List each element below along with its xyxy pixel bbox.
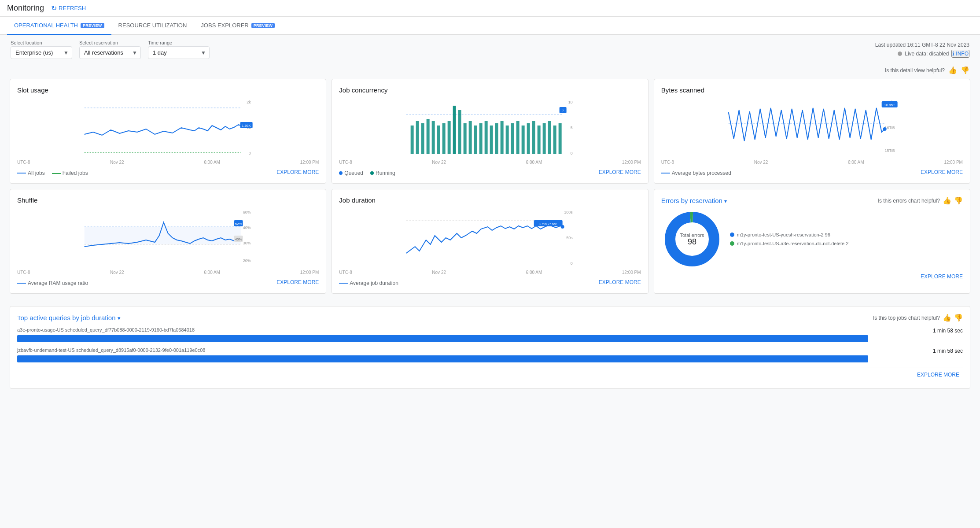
legend-running-dot xyxy=(370,171,374,175)
info-label: INFO xyxy=(956,51,969,57)
svg-text:50s: 50s xyxy=(566,236,573,240)
helpful-text: Is this detail view helpful? xyxy=(885,67,945,74)
legend-avg-job-duration-line xyxy=(339,283,348,284)
svg-point-48 xyxy=(883,127,886,131)
tq-thumbs-down[interactable]: 👎 xyxy=(954,314,963,322)
top-queries-explore-link[interactable]: EXPLORE MORE xyxy=(21,372,959,378)
svg-rect-18 xyxy=(448,121,451,154)
preview-badge-operational: PREVIEW xyxy=(81,23,104,28)
svg-rect-16 xyxy=(437,126,440,154)
svg-text:18.95T: 18.95T xyxy=(884,103,895,107)
top-queries-title: Top active queries by job duration ▾ xyxy=(17,314,121,321)
last-updated-block: Last updated 16:11 GMT-8 22 Nov 2023 Liv… xyxy=(875,42,969,58)
bytes-scanned-explore-link[interactable]: EXPLORE MORE xyxy=(921,169,963,175)
query-row-1: jzbavfb-undemand-test-US scheduled_query… xyxy=(17,347,963,362)
svg-rect-39 xyxy=(559,123,562,154)
bytes-scanned-footer: Average bytes processed EXPLORE MORE xyxy=(661,168,963,176)
slot-usage-svg: 2k 1k 0 1.93K xyxy=(17,99,319,156)
errors-dropdown-arrow[interactable]: ▾ xyxy=(724,198,727,204)
svg-rect-11 xyxy=(411,126,414,154)
top-queries-dropdown[interactable]: ▾ xyxy=(118,315,121,321)
job-concurrency-legend: Queued Running xyxy=(339,170,395,176)
job-concurrency-chart-area: 10 5 0 xyxy=(339,99,641,156)
location-select-group: Select location Enterprise (us) ▼ xyxy=(11,40,72,59)
svg-point-66 xyxy=(561,225,564,229)
query-bar-row-1: jzbavfb-undemand-test-US scheduled_query… xyxy=(17,347,963,354)
svg-text:52%: 52% xyxy=(235,222,242,226)
svg-rect-31 xyxy=(516,121,519,154)
svg-rect-19 xyxy=(453,106,456,154)
legend-all-jobs: All jobs xyxy=(17,170,45,176)
query-time-0: 1 min 58 sec xyxy=(933,328,963,334)
svg-text:0: 0 xyxy=(571,261,573,266)
reservation-select[interactable]: All reservations xyxy=(79,46,141,59)
tab-label-operational-health: OPERATIONAL HEALTH xyxy=(14,22,78,29)
legend-avg-bytes: Average bytes processed xyxy=(661,170,731,176)
top-queries-helpful: Is this top jobs chart helpful? 👍 👎 xyxy=(873,314,963,322)
donut-area: Total errors 98 m1y-pronto-test-US-yuesh… xyxy=(661,208,963,270)
slot-usage-card: Slot usage 2k 1k 0 1.93K UTC-8 Nov 22 6: xyxy=(10,79,326,184)
job-concurrency-explore-link[interactable]: EXPLORE MORE xyxy=(599,169,641,175)
tq-thumbs-up[interactable]: 👍 xyxy=(943,314,951,322)
tab-jobs-explorer[interactable]: JOBS EXPLORER PREVIEW xyxy=(194,17,282,35)
svg-rect-53 xyxy=(85,227,241,244)
job-duration-svg: 100s 50s 0 1 min 27 sec xyxy=(339,209,641,266)
svg-rect-36 xyxy=(543,123,546,154)
reservation-label: Select reservation xyxy=(79,40,141,45)
errors-card: Errors by reservation ▾ Is this errors c… xyxy=(654,189,970,294)
svg-rect-14 xyxy=(427,119,430,154)
svg-text:40%: 40% xyxy=(243,225,251,230)
svg-text:20%: 20% xyxy=(243,258,251,263)
svg-text:98: 98 xyxy=(688,237,696,246)
shuffle-explore-link[interactable]: EXPLORE MORE xyxy=(276,279,319,285)
top-queries-explore-row: EXPLORE MORE xyxy=(17,368,963,381)
svg-rect-12 xyxy=(416,121,419,154)
svg-text:5: 5 xyxy=(571,126,573,130)
job-duration-explore-link[interactable]: EXPLORE MORE xyxy=(599,279,641,285)
query-bar-1 xyxy=(17,355,868,362)
tab-operational-health[interactable]: OPERATIONAL HEALTH PREVIEW xyxy=(7,17,111,35)
page-title: Monitoring xyxy=(7,4,44,13)
thumbs-down-button[interactable]: 👎 xyxy=(961,66,969,74)
location-select[interactable]: Enterprise (us) xyxy=(11,46,72,59)
refresh-button[interactable]: ↻ REFRESH xyxy=(51,4,86,12)
svg-text:100s: 100s xyxy=(564,210,573,214)
job-duration-x-labels: UTC-8 Nov 22 6:00 AM 12:00 PM xyxy=(339,270,641,275)
errors-title-group: Errors by reservation ▾ xyxy=(661,197,727,204)
legend-all-jobs-line xyxy=(17,173,26,174)
slot-usage-explore-link[interactable]: EXPLORE MORE xyxy=(276,169,319,175)
svg-rect-38 xyxy=(553,126,556,154)
svg-rect-33 xyxy=(527,123,530,154)
svg-text:15TiB: 15TiB xyxy=(884,148,895,153)
errors-explore-link[interactable]: EXPLORE MORE xyxy=(661,273,963,280)
info-button[interactable]: ℹ INFO xyxy=(951,50,969,58)
slot-usage-x-labels: UTC-8 Nov 22 6:00 AM 12:00 PM xyxy=(17,160,319,165)
tab-resource-utilization[interactable]: RESOURCE UTILIZATION xyxy=(111,17,194,35)
time-range-select[interactable]: 1 day xyxy=(148,46,210,59)
svg-rect-28 xyxy=(501,121,504,154)
thumbs-up-button[interactable]: 👍 xyxy=(948,66,957,74)
svg-text:1.93K: 1.93K xyxy=(242,124,251,128)
query-text-0: a3e-pronto-usage-US scheduled_query_df77… xyxy=(17,327,195,332)
legend-queued-dot xyxy=(339,171,343,175)
query-text-1: jzbavfb-undemand-test-US scheduled_query… xyxy=(17,347,205,353)
svg-rect-20 xyxy=(458,110,461,154)
live-dot xyxy=(898,52,902,56)
top-bar: Monitoring ↻ REFRESH xyxy=(0,0,980,17)
legend-queued: Queued xyxy=(339,170,363,176)
errors-title-link[interactable]: reservation xyxy=(690,197,722,204)
top-queries-title-link[interactable]: job duration xyxy=(81,314,115,321)
donut-legend-item-0: m1y-pronto-test-US-yuesh-reservation-2 9… xyxy=(730,232,849,237)
tabs-bar: OPERATIONAL HEALTH PREVIEW RESOURCE UTIL… xyxy=(0,17,980,35)
top-queries-card: Top active queries by job duration ▾ Is … xyxy=(10,306,970,389)
preview-badge-jobs: PREVIEW xyxy=(251,23,275,28)
legend-failed-jobs: Failed jobs xyxy=(52,170,88,176)
time-range-select-wrapper: 1 day ▼ xyxy=(148,46,210,59)
svg-rect-29 xyxy=(506,126,509,154)
errors-thumbs-up[interactable]: 👍 xyxy=(943,196,951,205)
job-concurrency-title: Job concurrency xyxy=(339,86,641,94)
errors-thumbs-down[interactable]: 👎 xyxy=(954,196,963,205)
svg-rect-15 xyxy=(432,121,435,154)
svg-rect-24 xyxy=(479,123,483,154)
dashboard-grid: Slot usage 2k 1k 0 1.93K UTC-8 Nov 22 6: xyxy=(0,76,980,303)
